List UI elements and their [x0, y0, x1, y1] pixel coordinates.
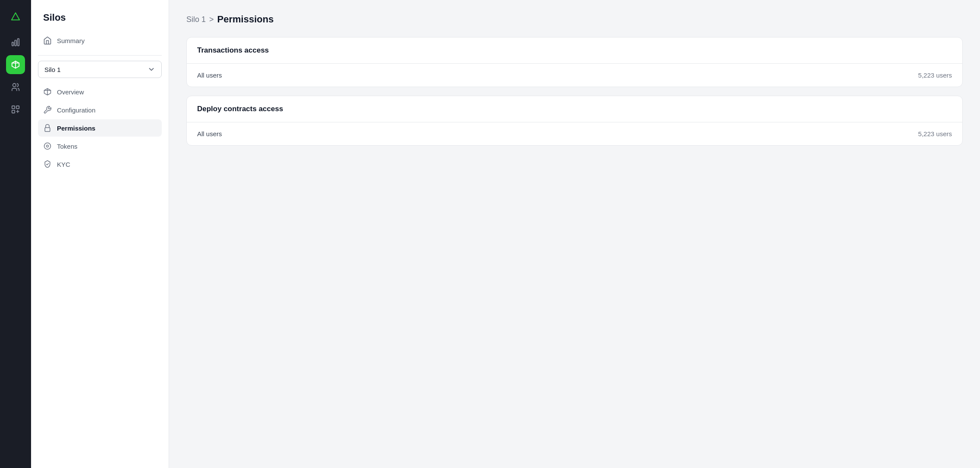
breadcrumb-separator: >: [209, 15, 214, 24]
sidebar-item-label: Summary: [57, 37, 85, 44]
table-row: All users 5,223 users: [187, 64, 962, 87]
svg-point-13: [44, 143, 51, 150]
sidebar-item-label: Overview: [57, 88, 84, 96]
main-content: Silo 1 > Permissions Transactions access…: [169, 0, 980, 468]
sidebar-item-label: KYC: [57, 161, 70, 168]
cube-outline-icon: [43, 87, 52, 96]
nav-chart[interactable]: [6, 33, 25, 52]
row-value: 5,223 users: [918, 130, 952, 137]
row-label: All users: [197, 130, 222, 137]
shield-check-icon: [43, 160, 52, 168]
nav-apps[interactable]: [6, 100, 25, 119]
chevron-down-icon: [148, 66, 155, 73]
sidebar: Silos Summary Silo 1 Overview Configurat…: [31, 0, 169, 468]
sidebar-title: Silos: [38, 10, 162, 32]
table-row: All users 5,223 users: [187, 122, 962, 145]
sidebar-item-permissions[interactable]: Permissions: [38, 119, 162, 137]
sidebar-item-overview[interactable]: Overview: [38, 83, 162, 100]
lock-icon: [43, 124, 52, 132]
svg-rect-3: [18, 39, 19, 46]
card-header: Deploy contracts access: [187, 96, 962, 122]
svg-rect-12: [45, 128, 50, 131]
sidebar-item-label: Permissions: [57, 125, 95, 132]
nav-users[interactable]: [6, 78, 25, 97]
deploy-contracts-access-card: Deploy contracts access All users 5,223 …: [186, 96, 963, 146]
svg-rect-1: [12, 42, 14, 46]
nav-cube[interactable]: [6, 55, 25, 74]
card-title: Transactions access: [197, 46, 952, 55]
sidebar-item-label: Tokens: [57, 143, 78, 150]
breadcrumb: Silo 1 > Permissions: [186, 14, 963, 25]
sidebar-item-label: Configuration: [57, 106, 95, 114]
home-icon: [43, 36, 52, 45]
card-header: Transactions access: [187, 37, 962, 63]
wrench-icon: [43, 106, 52, 114]
svg-rect-8: [16, 106, 19, 109]
silo-dropdown[interactable]: Silo 1: [38, 61, 162, 78]
sidebar-divider: [38, 55, 162, 56]
row-value: 5,223 users: [918, 72, 952, 79]
sidebar-item-kyc[interactable]: KYC: [38, 156, 162, 173]
nav-logo[interactable]: [6, 7, 25, 26]
sidebar-item-summary[interactable]: Summary: [38, 32, 162, 49]
svg-marker-0: [12, 13, 19, 20]
card-title: Deploy contracts access: [197, 105, 952, 113]
svg-point-6: [13, 84, 16, 87]
transactions-access-card: Transactions access All users 5,223 user…: [186, 37, 963, 87]
breadcrumb-parent[interactable]: Silo 1: [186, 15, 206, 24]
icon-nav: [0, 0, 31, 468]
svg-point-14: [47, 145, 49, 147]
svg-rect-2: [15, 40, 16, 46]
svg-rect-9: [12, 110, 15, 113]
token-icon: [43, 142, 52, 150]
svg-rect-7: [12, 106, 15, 109]
sidebar-item-configuration[interactable]: Configuration: [38, 101, 162, 119]
silo-dropdown-label: Silo 1: [44, 66, 61, 73]
breadcrumb-current: Permissions: [217, 14, 274, 25]
row-label: All users: [197, 72, 222, 79]
sidebar-item-tokens[interactable]: Tokens: [38, 137, 162, 155]
